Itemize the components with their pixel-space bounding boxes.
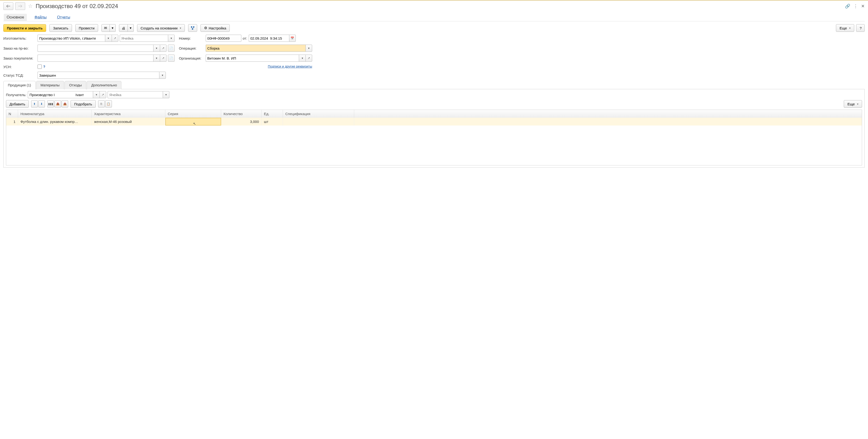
post-button[interactable]: Провести: [75, 24, 98, 32]
svg-rect-0: [191, 26, 192, 28]
operation-dropdown[interactable]: ▾: [306, 45, 312, 52]
settings-button[interactable]: ⚙ Настройка: [200, 24, 230, 32]
barcode-icon[interactable]: ▮▮▮: [47, 100, 54, 107]
move-down-icon[interactable]: ⬇: [38, 100, 45, 107]
write-button[interactable]: Записать: [50, 24, 72, 32]
number-input[interactable]: [206, 35, 241, 42]
tab-extra[interactable]: Дополнительно: [87, 81, 121, 89]
org-dropdown[interactable]: ▾: [299, 55, 306, 62]
kebab-menu-icon[interactable]: ⋮: [854, 4, 858, 9]
th-char[interactable]: Характеристика: [92, 110, 165, 118]
favorite-star-icon[interactable]: ☆: [27, 3, 34, 9]
tsd-label: Статус ТСД:: [3, 73, 33, 77]
tab-products[interactable]: Продукция (1): [3, 81, 36, 89]
usn-help-icon[interactable]: ?: [43, 65, 45, 69]
cell1-input[interactable]: [120, 35, 168, 42]
create-based-button[interactable]: Создать на основании: [137, 24, 185, 32]
cell2-input[interactable]: [107, 91, 163, 98]
gear-icon: ⚙: [204, 26, 207, 30]
cell-qty[interactable]: 3,000: [221, 118, 261, 126]
cell-spec[interactable]: [283, 118, 354, 126]
manufacturer-open-icon[interactable]: ↗: [112, 35, 118, 42]
cell1-dropdown[interactable]: ▾: [168, 35, 175, 42]
org-open-icon[interactable]: ↗: [306, 55, 312, 62]
calendar-icon[interactable]: 📅: [289, 35, 296, 42]
tab-waste[interactable]: Отходы: [65, 81, 86, 89]
operation-input[interactable]: [206, 45, 306, 52]
order-prod-fill-icon[interactable]: 📄: [168, 45, 175, 52]
usn-checkbox[interactable]: [37, 65, 42, 69]
nav-back-button[interactable]: 🡠: [3, 2, 13, 10]
th-qty[interactable]: Количество: [221, 110, 261, 118]
products-table: N Номенклатура Характеристика Серия Коли…: [6, 110, 862, 165]
customer-order-label: Заказ покупателя:: [3, 56, 33, 60]
paste-icon[interactable]: 📋: [105, 100, 112, 107]
scan-out-icon[interactable]: 📤: [62, 100, 68, 107]
tsd-dropdown[interactable]: ▾: [159, 72, 166, 79]
customer-order-open-icon[interactable]: ↗: [160, 55, 166, 62]
print-dropdown[interactable]: ▾: [128, 24, 134, 32]
order-prod-label: Заказ на пр-во:: [3, 46, 33, 50]
recipient-input[interactable]: [28, 91, 93, 98]
cell2-dropdown[interactable]: ▾: [163, 91, 169, 98]
tabs: Продукция (1) Материалы Отходы Дополните…: [3, 81, 865, 89]
usn-label: УСН:: [3, 65, 33, 69]
tsd-input[interactable]: [37, 72, 159, 79]
cell-series[interactable]: ↖: [165, 118, 221, 126]
customer-order-input[interactable]: [37, 55, 153, 62]
tab-panel-products: Получатель: ▾ ↗ ▾ Добавить ⬆ ⬇ ▮▮▮ 📥 📤: [3, 89, 865, 168]
structure-button[interactable]: [188, 24, 197, 32]
panel-more-button[interactable]: Еще: [844, 100, 862, 108]
table-row[interactable]: 1 Футболка с длин. рукавом компр… женска…: [6, 118, 862, 126]
copy-icon[interactable]: ⎘: [98, 100, 105, 107]
tab-materials[interactable]: Материалы: [36, 81, 64, 89]
svg-rect-2: [192, 29, 193, 30]
cell-char[interactable]: женская,M-46 розовый: [92, 118, 165, 126]
print-button[interactable]: 🖨: [119, 24, 128, 32]
customer-order-fill-icon[interactable]: 📄: [168, 55, 175, 62]
post-and-close-button[interactable]: Провести и закрыть: [3, 24, 46, 32]
order-prod-dropdown[interactable]: ▾: [153, 45, 160, 52]
topnav-reports[interactable]: Отчеты: [54, 14, 73, 21]
topnav-files[interactable]: Файлы: [32, 14, 50, 21]
cell-unit[interactable]: шт: [261, 118, 283, 126]
recipient-open-icon[interactable]: ↗: [99, 91, 106, 98]
nav-forward-button[interactable]: 🡢: [15, 2, 25, 10]
move-up-icon[interactable]: ⬆: [31, 100, 38, 107]
cell-nomen[interactable]: Футболка с длин. рукавом компр…: [18, 118, 92, 126]
close-icon[interactable]: ✕: [861, 4, 865, 9]
th-unit[interactable]: Ед.: [261, 110, 283, 118]
date-input[interactable]: [249, 35, 289, 42]
cursor-icon: ↖: [193, 122, 196, 126]
cell-n[interactable]: 1: [6, 118, 18, 126]
link-icon[interactable]: 🔗: [845, 4, 850, 9]
recipient-label: Получатель:: [6, 93, 26, 97]
topnav-main[interactable]: Основное: [4, 14, 27, 21]
th-series[interactable]: Серия: [165, 110, 221, 118]
recipient-dropdown[interactable]: ▾: [93, 91, 99, 98]
signatures-link[interactable]: Подписи и другие реквизиты: [206, 65, 312, 69]
org-label: Организация:: [179, 56, 202, 60]
add-row-button[interactable]: Добавить: [6, 100, 29, 108]
th-nomen[interactable]: Номенклатура: [18, 110, 92, 118]
email-button[interactable]: ✉: [101, 24, 110, 32]
th-spec[interactable]: Спецификация: [283, 110, 354, 118]
th-n[interactable]: N: [6, 110, 18, 118]
main-toolbar: Провести и закрыть Записать Провести ✉ ▾…: [3, 24, 865, 32]
manufacturer-label: Изготовитель:: [3, 36, 33, 40]
order-prod-input[interactable]: [37, 45, 153, 52]
from-label: от:: [243, 36, 247, 40]
scan-in-icon[interactable]: 📥: [54, 100, 61, 107]
email-dropdown[interactable]: ▾: [110, 24, 116, 32]
manufacturer-input[interactable]: [37, 35, 105, 42]
more-button[interactable]: Еще: [836, 24, 854, 32]
customer-order-dropdown[interactable]: ▾: [153, 55, 160, 62]
pick-button[interactable]: Подобрать: [70, 100, 96, 108]
help-button[interactable]: ?: [856, 24, 865, 32]
manufacturer-dropdown[interactable]: ▾: [105, 35, 112, 42]
number-label: Номер:: [179, 36, 202, 40]
order-prod-open-icon[interactable]: ↗: [160, 45, 166, 52]
top-nav: Основное Файлы Отчеты: [3, 13, 865, 21]
page-title: Производство 49 от 02.09.2024: [36, 3, 118, 9]
org-input[interactable]: [206, 55, 299, 62]
